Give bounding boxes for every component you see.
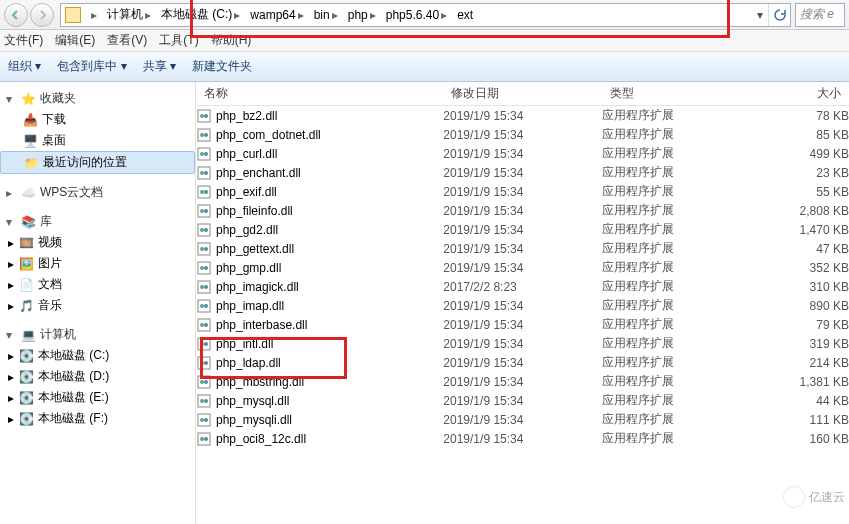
drive-icon: 💽 [18,369,34,385]
breadcrumb-item[interactable]: php5.6.40▸ [382,4,453,26]
file-row[interactable]: php_intl.dll2019/1/9 15:34应用程序扩展319 KB [196,334,849,353]
menu-edit[interactable]: 编辑(E) [55,32,95,49]
file-type: 应用程序扩展 [602,259,760,276]
file-name: php_com_dotnet.dll [216,128,321,142]
file-row[interactable]: php_mysql.dll2019/1/9 15:34应用程序扩展44 KB [196,391,849,410]
sidebar-item-drive-d[interactable]: ▸💽本地磁盘 (D:) [0,366,195,387]
sidebar-item-documents[interactable]: ▸📄文档 [0,274,195,295]
col-name[interactable]: 名称 [196,85,443,102]
address-dropdown[interactable]: ▾ [752,8,768,22]
svg-point-47 [204,399,208,403]
file-row[interactable]: php_interbase.dll2019/1/9 15:34应用程序扩展79 … [196,315,849,334]
file-row[interactable]: php_com_dotnet.dll2019/1/9 15:34应用程序扩展85… [196,125,849,144]
nav-pane[interactable]: ▾⭐收藏夹 📥下载 🖥️桌面 📁最近访问的位置 ▸☁️WPS云文档 ▾📚库 ▸🎞… [0,82,196,524]
sidebar-item-desktop[interactable]: 🖥️桌面 [0,130,195,151]
file-date: 2019/1/9 15:34 [443,147,601,161]
col-type[interactable]: 类型 [602,85,760,102]
file-date: 2019/1/9 15:34 [443,261,601,275]
menu-bar: 文件(F) 编辑(E) 查看(V) 工具(T) 帮助(H) [0,30,849,52]
breadcrumb-item[interactable]: 计算机▸ [103,4,157,26]
file-row[interactable]: php_fileinfo.dll2019/1/9 15:34应用程序扩展2,80… [196,201,849,220]
svg-point-23 [204,247,208,251]
breadcrumb-item[interactable]: bin▸ [310,4,344,26]
file-row[interactable]: php_imagick.dll2017/2/2 8:23应用程序扩展310 KB [196,277,849,296]
file-name: php_interbase.dll [216,318,307,332]
file-name: php_mysql.dll [216,394,289,408]
file-date: 2019/1/9 15:34 [443,432,601,446]
file-row[interactable]: php_bz2.dll2019/1/9 15:34应用程序扩展78 KB [196,106,849,125]
file-name: php_bz2.dll [216,109,277,123]
sidebar-item-recent[interactable]: 📁最近访问的位置 [0,151,195,174]
svg-point-5 [204,133,208,137]
sidebar-item-music[interactable]: ▸🎵音乐 [0,295,195,316]
file-size: 319 KB [760,337,849,351]
download-icon: 📥 [22,112,38,128]
col-size[interactable]: 大小 [760,85,849,102]
file-list[interactable]: 名称 修改日期 类型 大小 php_bz2.dll2019/1/9 15:34应… [196,82,849,524]
breadcrumb-item[interactable]: php▸ [344,4,382,26]
file-size: 79 KB [760,318,849,332]
dll-icon [196,317,212,333]
include-in-library-button[interactable]: 包含到库中 ▾ [57,58,126,75]
sidebar-item-drive-e[interactable]: ▸💽本地磁盘 (E:) [0,387,195,408]
breadcrumb-item[interactable]: ext [453,4,477,26]
file-type: 应用程序扩展 [602,164,760,181]
file-date: 2019/1/9 15:34 [443,166,601,180]
breadcrumb-item[interactable]: ▸ [85,4,103,26]
menu-help[interactable]: 帮助(H) [211,32,252,49]
nav-back-button[interactable] [4,3,28,27]
nav-forward-button[interactable] [30,3,54,27]
file-row[interactable]: php_gettext.dll2019/1/9 15:34应用程序扩展47 KB [196,239,849,258]
organize-button[interactable]: 组织 ▾ [8,58,41,75]
sidebar-item-downloads[interactable]: 📥下载 [0,109,195,130]
svg-point-52 [200,437,204,441]
file-type: 应用程序扩展 [602,297,760,314]
file-row[interactable]: php_curl.dll2019/1/9 15:34应用程序扩展499 KB [196,144,849,163]
search-input[interactable]: 搜索 e [795,3,845,27]
file-date: 2019/1/9 15:34 [443,109,601,123]
file-date: 2019/1/9 15:34 [443,299,601,313]
file-type: 应用程序扩展 [602,430,760,447]
file-row[interactable]: php_enchant.dll2019/1/9 15:34应用程序扩展23 KB [196,163,849,182]
sidebar-item-drive-f[interactable]: ▸💽本地磁盘 (F:) [0,408,195,429]
file-date: 2019/1/9 15:34 [443,185,601,199]
file-size: 499 KB [760,147,849,161]
favorites-group[interactable]: ▾⭐收藏夹 [0,88,195,109]
svg-point-16 [200,209,204,213]
file-row[interactable]: php_imap.dll2019/1/9 15:34应用程序扩展890 KB [196,296,849,315]
main-area: ▾⭐收藏夹 📥下载 🖥️桌面 📁最近访问的位置 ▸☁️WPS云文档 ▾📚库 ▸🎞… [0,82,849,524]
file-row[interactable]: php_gmp.dll2019/1/9 15:34应用程序扩展352 KB [196,258,849,277]
file-row[interactable]: php_gd2.dll2019/1/9 15:34应用程序扩展1,470 KB [196,220,849,239]
sidebar-item-video[interactable]: ▸🎞️视频 [0,232,195,253]
svg-point-38 [204,342,208,346]
libraries-group[interactable]: ▾📚库 [0,211,195,232]
svg-point-26 [204,266,208,270]
col-date[interactable]: 修改日期 [443,85,601,102]
share-button[interactable]: 共享 ▾ [143,58,176,75]
file-row[interactable]: php_mysqli.dll2019/1/9 15:34应用程序扩展111 KB [196,410,849,429]
menu-view[interactable]: 查看(V) [107,32,147,49]
wps-group[interactable]: ▸☁️WPS云文档 [0,182,195,203]
file-row[interactable]: php_ldap.dll2019/1/9 15:34应用程序扩展214 KB [196,353,849,372]
file-date: 2019/1/9 15:34 [443,337,601,351]
svg-point-11 [204,171,208,175]
address-bar[interactable]: ▸ 计算机▸ 本地磁盘 (C:)▸ wamp64▸ bin▸ php▸ php5… [60,3,791,27]
file-row[interactable]: php_mbstring.dll2019/1/9 15:34应用程序扩展1,38… [196,372,849,391]
computer-group[interactable]: ▾💻计算机 [0,324,195,345]
breadcrumb-item[interactable]: wamp64▸ [246,4,309,26]
new-folder-button[interactable]: 新建文件夹 [192,58,252,75]
sidebar-item-drive-c[interactable]: ▸💽本地磁盘 (C:) [0,345,195,366]
breadcrumb-item[interactable]: 本地磁盘 (C:)▸ [157,4,246,26]
file-row[interactable]: php_exif.dll2019/1/9 15:34应用程序扩展55 KB [196,182,849,201]
sidebar-item-picture[interactable]: ▸🖼️图片 [0,253,195,274]
refresh-button[interactable] [768,4,790,26]
menu-file[interactable]: 文件(F) [4,32,43,49]
computer-icon: 💻 [20,327,36,343]
file-type: 应用程序扩展 [602,145,760,162]
svg-point-1 [200,114,204,118]
file-name: php_ldap.dll [216,356,281,370]
file-row[interactable]: php_oci8_12c.dll2019/1/9 15:34应用程序扩展160 … [196,429,849,448]
svg-point-4 [200,133,204,137]
menu-tools[interactable]: 工具(T) [159,32,198,49]
file-size: 23 KB [760,166,849,180]
